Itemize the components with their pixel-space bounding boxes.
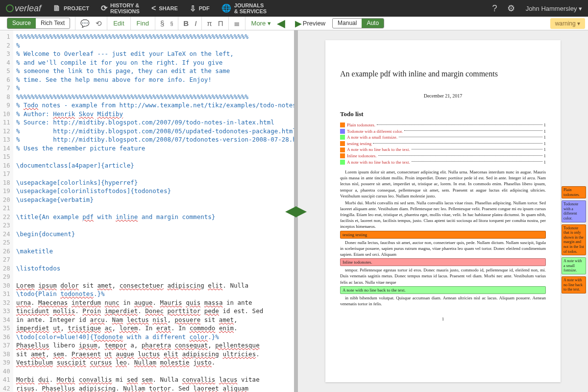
pdf-para: Morbi dui. Morbi convallis mi sed sem. N… xyxy=(340,200,546,230)
todo-row: Plain todonotes.1 xyxy=(340,122,546,128)
pdf-menu[interactable]: ⇩ PDF xyxy=(184,0,216,17)
edit-menu[interactable]: Edit xyxy=(109,17,128,30)
pdf-para: in nibh bibendum volutpat. Quisque accum… xyxy=(340,295,546,307)
manual-tab[interactable]: Manual xyxy=(333,19,362,28)
warning-badge[interactable]: warning ▾ xyxy=(550,18,585,29)
logo[interactable]: verleaf xyxy=(0,3,47,14)
code-area[interactable]: %%%%%%%%%%%%%%%%%%%%%%%%%%%%%%%%%%%%%%%%… xyxy=(13,30,294,392)
topbar-right: ? ⚙ John Hammersley ▾ xyxy=(488,0,588,17)
todo-row: A note with a small fontsize.1 xyxy=(340,134,546,141)
todo-page: 1 xyxy=(544,134,546,141)
todo-page: 1 xyxy=(544,153,546,159)
richtext-tab[interactable]: Rich Text xyxy=(36,18,70,28)
source-tab[interactable]: Source xyxy=(7,18,36,28)
editor-pane[interactable]: 1 2 3 4 5 6 7 8 9 10 11 12 13 14 15 16 1… xyxy=(0,30,294,392)
find-menu[interactable]: Find xyxy=(133,17,153,30)
logo-icon xyxy=(6,4,14,12)
preview-pane[interactable]: An example pdf with inline and margin co… xyxy=(298,30,588,392)
toolbar: Source Rich Text 💬 ⟲ Edit Find § § B I π… xyxy=(0,17,588,30)
pdf-label: PDF xyxy=(199,5,210,11)
share-label: SHARE xyxy=(159,5,178,11)
history-menu[interactable]: ⟳ HISTORY &REVISIONS xyxy=(95,0,146,17)
pdf-para: Lorem ipsum dolor sit amet, consectetuer… xyxy=(340,169,546,199)
todo-swatch xyxy=(340,129,345,134)
todo-text: A note with no line back to the text. xyxy=(347,159,410,166)
todo-swatch xyxy=(340,135,345,140)
project-label: PROJECT xyxy=(64,5,89,11)
margin-note: A note with no line back to the text. xyxy=(562,276,586,294)
history-label: HISTORY &REVISIONS xyxy=(110,2,140,14)
todo-text: testing testing xyxy=(347,141,371,147)
todo-page: 1 xyxy=(544,141,546,147)
margin-notes: Plain todonotes. Todonote with a differe… xyxy=(562,186,586,295)
todo-row: Todonote with a different color.1 xyxy=(340,128,546,135)
logo-text: verleaf xyxy=(15,3,41,14)
source-richtext-toggle: Source Rich Text xyxy=(7,18,70,29)
inline-todo: A note with no line back to the text. xyxy=(340,286,546,294)
margin-note: A note with a small fontsize. xyxy=(562,257,586,274)
history-icon: ⟳ xyxy=(101,4,107,13)
page-number: 1 xyxy=(340,317,546,321)
pdf-icon: ⇩ xyxy=(190,4,196,13)
project-icon: 🗎 xyxy=(53,4,61,13)
italic-icon[interactable]: I xyxy=(192,17,199,30)
display-math-icon[interactable]: Π xyxy=(215,17,226,30)
todo-row: A note with no line back to the text.1 xyxy=(340,147,546,153)
subsection-icon[interactable]: § xyxy=(167,17,176,30)
todo-heading: Todo list xyxy=(340,110,546,118)
journals-label: JOURNALS& SERVICES xyxy=(234,2,267,14)
preview-button[interactable]: ▶ Preview xyxy=(291,17,329,30)
todo-text: Plain todonotes. xyxy=(347,122,375,128)
todo-text: Todonote with a different color. xyxy=(347,128,403,135)
inline-todo: Inline todonotes. xyxy=(340,258,546,266)
todo-row: A note with no line back to the text.1 xyxy=(340,159,546,166)
preview-label: Preview xyxy=(303,20,325,27)
pdf-para: tempor. Pellentesque egestas tortor id e… xyxy=(340,267,546,285)
todo-row: Inline todonotes.1 xyxy=(340,153,546,159)
todo-swatch xyxy=(340,141,345,146)
pdf-para: Donec nulla lectus, faucibus sit amet, a… xyxy=(340,240,546,257)
section-icon[interactable]: § xyxy=(157,17,167,30)
more-menu[interactable]: More ▾ xyxy=(247,17,275,30)
todo-text: A note with a small fontsize. xyxy=(347,134,397,141)
journals-icon: 🌐 xyxy=(221,4,231,13)
bold-icon[interactable]: B xyxy=(180,17,192,30)
todo-swatch xyxy=(340,122,345,127)
todo-swatch xyxy=(340,160,345,165)
project-menu[interactable]: 🗎 PROJECT xyxy=(47,0,95,17)
line-gutter: 1 2 3 4 5 6 7 8 9 10 11 12 13 14 15 16 1… xyxy=(0,30,13,392)
settings-icon[interactable]: ⚙ xyxy=(502,3,520,14)
pdf-page: An example pdf with inline and margin co… xyxy=(325,40,561,382)
margin-note: Plain todonotes. xyxy=(562,186,586,198)
inline-todo: testing testing xyxy=(340,231,546,239)
auto-tab[interactable]: Auto xyxy=(362,19,384,28)
top-bar: verleaf 🗎 PROJECT ⟳ HISTORY &REVISIONS <… xyxy=(0,0,588,17)
compile-mode-toggle: Manual Auto xyxy=(332,18,384,28)
todo-page: 1 xyxy=(544,147,546,153)
todo-row: testing testing1 xyxy=(340,141,546,147)
history-icon[interactable]: ⟲ xyxy=(93,17,105,30)
chat-icon[interactable]: 💬 xyxy=(77,17,93,30)
pdf-title: An example pdf with inline and margin co… xyxy=(340,70,546,78)
margin-note: Todonote that is only shown in the margi… xyxy=(562,224,586,256)
share-menu[interactable]: < SHARE xyxy=(146,0,184,17)
journals-menu[interactable]: 🌐 JOURNALS& SERVICES xyxy=(216,0,272,17)
todo-page: 1 xyxy=(544,159,546,166)
collapse-left-icon[interactable]: ◀ xyxy=(275,17,287,30)
todo-page: 1 xyxy=(544,122,546,128)
share-icon: < xyxy=(151,4,156,13)
todo-swatch xyxy=(340,153,345,158)
todo-page: 1 xyxy=(544,128,546,135)
help-icon[interactable]: ? xyxy=(488,3,502,14)
todo-text: Inline todonotes. xyxy=(347,153,377,159)
play-icon: ▶ xyxy=(295,18,302,29)
pdf-body: Lorem ipsum dolor sit amet, consectetuer… xyxy=(340,169,546,307)
splitter[interactable]: ◀ ▶ xyxy=(294,30,298,392)
todo-text: A note with no line back to the text. xyxy=(347,147,410,153)
margin-note: Todonote with a different color. xyxy=(562,200,586,222)
inline-math-icon[interactable]: π xyxy=(204,17,215,30)
todo-list: Plain todonotes.1Todonote with a differe… xyxy=(340,122,546,165)
workspace: 1 2 3 4 5 6 7 8 9 10 11 12 13 14 15 16 1… xyxy=(0,30,588,392)
user-menu[interactable]: John Hammersley ▾ xyxy=(520,5,588,12)
list-icon[interactable]: ≣ xyxy=(231,17,243,30)
